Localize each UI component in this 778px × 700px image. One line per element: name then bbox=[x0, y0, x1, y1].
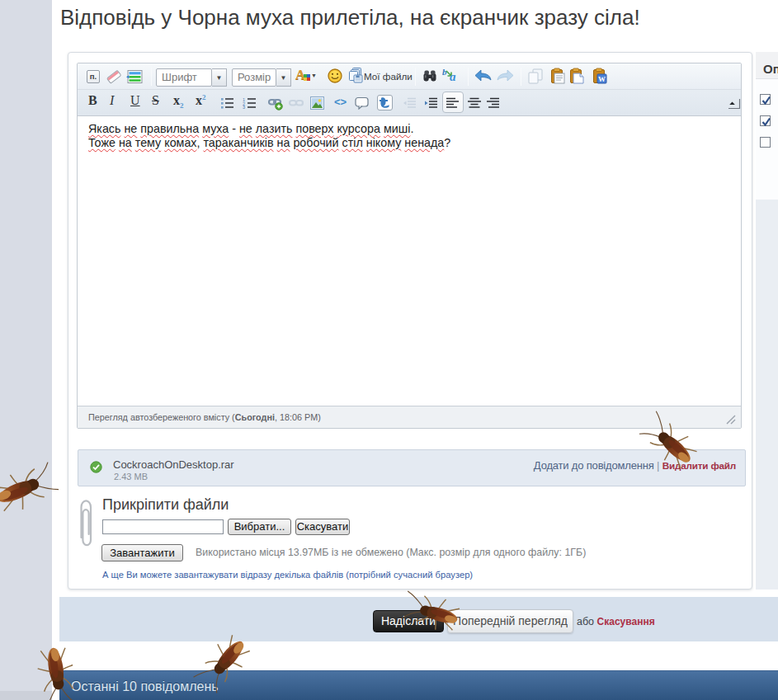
svg-text:3: 3 bbox=[243, 105, 245, 109]
svg-text:W: W bbox=[598, 75, 606, 83]
